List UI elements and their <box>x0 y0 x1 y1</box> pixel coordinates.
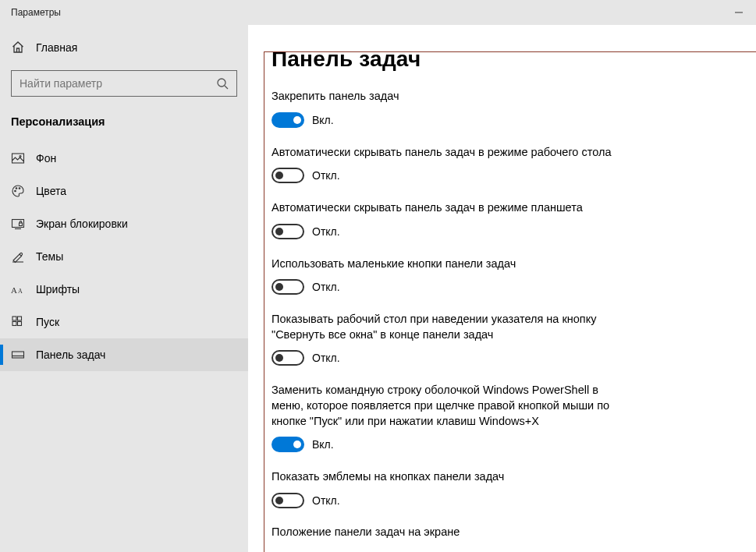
lockscreen-icon <box>11 217 25 231</box>
sidebar-item-themes[interactable]: Темы <box>0 240 248 273</box>
search-box[interactable] <box>11 70 237 97</box>
svg-point-7 <box>19 188 20 189</box>
setting-row: Заменить командную строку оболочкой Wind… <box>272 383 756 452</box>
sidebar-item-lockscreen[interactable]: Экран блокировки <box>0 207 248 240</box>
svg-rect-10 <box>20 223 23 226</box>
content-area: Панель задач Закрепить панель задачВкл.А… <box>248 25 756 552</box>
page-title: Панель задач <box>272 47 756 72</box>
toggle-switch[interactable] <box>272 493 304 508</box>
toggle-switch[interactable] <box>272 350 304 366</box>
picture-icon <box>11 151 25 165</box>
svg-rect-18 <box>12 352 24 358</box>
setting-row: Автоматически скрывать панель задач в ре… <box>272 145 756 184</box>
setting-label: Закрепить панель задач <box>272 89 615 104</box>
setting-label: Показать эмблемы на кнопках панели задач <box>272 469 615 485</box>
titlebar: Параметры <box>0 0 756 25</box>
toggle-switch[interactable] <box>272 168 304 183</box>
toggle-switch[interactable] <box>272 112 304 128</box>
sidebar-item-taskbar[interactable]: Панель задач <box>0 338 248 371</box>
minimize-button[interactable] <box>721 0 756 25</box>
svg-line-2 <box>225 86 228 89</box>
search-icon <box>216 77 229 90</box>
sidebar-item-label: Темы <box>36 250 63 263</box>
svg-rect-17 <box>18 322 22 326</box>
setting-label: Использовать маленькие кнопки панели зад… <box>272 257 615 272</box>
start-icon <box>11 315 25 329</box>
taskbar-icon <box>11 348 25 362</box>
toggle-state-label: Откл. <box>312 225 340 238</box>
toggle-switch[interactable] <box>272 437 304 452</box>
sidebar-item-label: Панель задач <box>36 349 105 361</box>
home-nav[interactable]: Главная <box>0 34 248 62</box>
fonts-icon: A A <box>11 282 25 296</box>
svg-point-5 <box>15 190 16 192</box>
svg-point-4 <box>20 156 21 157</box>
window-title: Параметры <box>11 7 61 18</box>
setting-row: Показать эмблемы на кнопках панели задач… <box>272 469 756 508</box>
sidebar-item-label: Цвета <box>36 185 66 197</box>
setting-label: Автоматически скрывать панель задач в ре… <box>272 200 615 216</box>
svg-text:A: A <box>11 285 17 295</box>
palette-icon <box>11 184 25 198</box>
sidebar-item-label: Фон <box>36 152 56 165</box>
window-controls <box>721 0 756 25</box>
svg-rect-16 <box>12 322 16 326</box>
category-title: Персонализация <box>0 111 248 142</box>
search-input[interactable] <box>20 77 216 90</box>
setting-row: Закрепить панель задачВкл. <box>272 89 756 128</box>
toggle-switch[interactable] <box>272 224 304 239</box>
setting-row: Использовать маленькие кнопки панели зад… <box>272 257 756 295</box>
toggle-state-label: Откл. <box>312 494 340 507</box>
svg-rect-15 <box>18 317 22 320</box>
toggle-state-label: Откл. <box>312 281 340 293</box>
home-label: Главная <box>36 41 77 54</box>
toggle-switch[interactable] <box>272 279 304 295</box>
toggle-state-label: Вкл. <box>312 114 334 126</box>
sidebar-item-colors[interactable]: Цвета <box>0 175 248 207</box>
svg-rect-14 <box>12 317 16 320</box>
sidebar-item-label: Экран блокировки <box>36 218 128 230</box>
sidebar-item-background[interactable]: Фон <box>0 142 248 175</box>
home-icon <box>11 41 25 55</box>
setting-label: Заменить командную строку оболочкой Wind… <box>272 383 615 429</box>
svg-text:A: A <box>18 288 23 295</box>
sidebar-item-start[interactable]: Пуск <box>0 306 248 338</box>
sidebar-item-label: Пуск <box>36 316 59 328</box>
toggle-state-label: Откл. <box>312 169 340 182</box>
setting-row: Показывать рабочий стол при наведении ук… <box>272 312 756 366</box>
svg-point-1 <box>218 79 225 87</box>
setting-row: Автоматически скрывать панель задач в ре… <box>272 200 756 239</box>
themes-icon <box>11 249 25 264</box>
sidebar-item-fonts[interactable]: A A Шрифты <box>0 273 248 306</box>
setting-label: Показывать рабочий стол при наведении ук… <box>272 312 615 342</box>
taskbar-position-label: Положение панели задач на экране <box>272 525 756 538</box>
toggle-state-label: Вкл. <box>312 438 334 451</box>
sidebar: Главная Персонализация Фон <box>0 25 248 552</box>
sidebar-item-label: Шрифты <box>36 283 80 295</box>
toggle-state-label: Откл. <box>312 352 340 364</box>
svg-point-6 <box>16 188 17 189</box>
setting-label: Автоматически скрывать панель задач в ре… <box>272 145 615 161</box>
